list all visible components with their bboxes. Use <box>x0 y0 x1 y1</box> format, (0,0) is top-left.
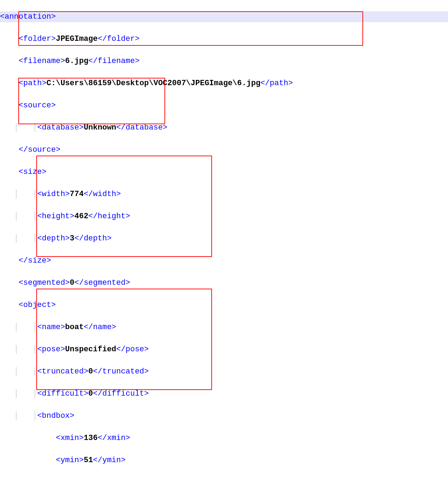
line-size-close: </size> <box>0 255 448 266</box>
line-height: │ │<height>462</height> <box>0 211 448 222</box>
line-obj1-bndbox-open: │ │<bndbox> <box>0 410 448 422</box>
line-obj1-ymin: <ymin>51</ymin> <box>0 455 448 466</box>
line-obj1-xmax: <xmax>598</xmax> <box>0 477 448 478</box>
line-obj1-pose: │ │<pose>Unspecified</pose> <box>0 344 448 355</box>
line-obj1-xmin: <xmin>136</xmin> <box>0 433 448 444</box>
line-depth: │ │<depth>3</depth> <box>0 233 448 244</box>
line-source-close: </source> <box>0 144 448 156</box>
line-filename: <filename>6.jpg</filename> <box>0 56 448 67</box>
line-source-open: <source> <box>0 100 448 111</box>
line-database: │ │<database>Unknown</database> <box>0 122 448 133</box>
line-obj1-truncated: │ │<truncated>0</truncated> <box>0 366 448 377</box>
xml-code-block: <annotation> <folder>JPEGImage</folder> … <box>0 0 448 478</box>
line-folder: <folder>JPEGImage</folder> <box>0 33 448 45</box>
line-object1-open: <object> <box>0 300 448 311</box>
line-width: │ │<width>774</width> <box>0 189 448 200</box>
line-segmented: <segmented>0</segmented> <box>0 277 448 289</box>
line-path: <path>C:\Users\86159\Desktop\VOC2007\JPE… <box>0 78 448 89</box>
line-obj1-name: │ │<name>boat</name> <box>0 322 448 333</box>
line-obj1-difficult: │ │<difficult>0</difficult> <box>0 388 448 400</box>
line-annotation-open: <annotation> <box>0 11 448 23</box>
line-size-open: <size> <box>0 166 448 178</box>
